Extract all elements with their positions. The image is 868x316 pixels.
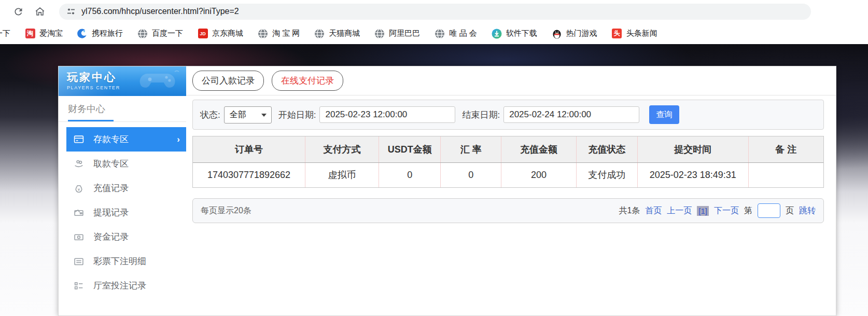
jd-icon: JD	[198, 29, 208, 39]
bookmark-label: 头条新闻	[626, 29, 657, 38]
globe-icon	[314, 29, 325, 39]
bookmark-item-jd[interactable]: JD 京东商城	[190, 26, 250, 41]
pagination-bar: 每页显示20条 共1条 首页 上一页 [1] 下一页 第 页 跳转	[192, 198, 824, 223]
end-date-input[interactable]	[503, 106, 639, 123]
bookmark-item-aitaobao[interactable]: 淘 爱淘宝	[18, 26, 70, 41]
cell-submit-time: 2025-02-23 18:49:31	[637, 162, 748, 187]
col-exchange-rate: 汇 率	[441, 136, 501, 162]
svg-text:¥: ¥	[78, 187, 80, 191]
start-date-label: 开始日期:	[278, 109, 316, 121]
bookmark-item-toutiao[interactable]: 头 头条新闻	[605, 26, 665, 41]
bookmark-item-baidu[interactable]: 百度一下	[130, 26, 190, 41]
record-tabs: 公司入款记录 在线支付记录	[186, 66, 836, 95]
sidebar-header: 玩家中心 PLAYERS CENTER	[59, 66, 186, 96]
globe-icon	[435, 29, 445, 39]
reload-button[interactable]	[9, 3, 27, 20]
deposit-icon	[74, 134, 84, 145]
table-header-row: 订单号 支付方式 USDT金额 汇 率 充值金额 充值状态 提交时间 备 注	[193, 136, 823, 162]
bookmark-label: 热门游戏	[566, 29, 597, 38]
toutiao-icon: 头	[612, 29, 622, 39]
bookmark-label: 阿里巴巴	[389, 29, 420, 38]
sidebar-item-hall-bet-record[interactable]: 厅室投注记录	[66, 273, 186, 298]
lottery-detail-icon	[74, 256, 84, 267]
cell-usdt-amount: 0	[379, 162, 441, 187]
player-center-card: 玩家中心 PLAYERS CENTER 财务中心	[58, 66, 836, 316]
sidebar-item-label: 提现记录	[93, 207, 129, 218]
cell-recharge-amount: 200	[501, 162, 577, 187]
bookmark-label: 天猫商城	[329, 29, 360, 38]
cell-order-no: 1740307771892662	[193, 162, 305, 187]
address-bar[interactable]: yl756.com/hhcp/usercenter.html?iniType=2	[59, 4, 811, 20]
bookmark-label: 百度一下	[152, 29, 183, 38]
bookmark-item-taobao[interactable]: 淘 宝 网	[250, 26, 307, 41]
bookmark-label: 淘 宝 网	[272, 29, 300, 38]
col-remark: 备 注	[748, 136, 823, 162]
col-recharge-amount: 充值金额	[501, 136, 577, 162]
total-count-text: 共1条	[619, 205, 640, 216]
gamepad-icon	[135, 70, 182, 93]
recharge-record-icon: ¥	[74, 183, 84, 194]
table-row: 1740307771892662 虚拟币 0 0 200 支付成功 2025-0…	[193, 162, 823, 187]
bookmark-label: 携程旅行	[92, 29, 123, 38]
software-download-icon	[492, 29, 502, 39]
sidebar-item-deposit[interactable]: 存款专区 ›	[66, 127, 186, 152]
first-page-link[interactable]: 首页	[645, 205, 662, 216]
bookmark-item-software[interactable]: 软件下载	[484, 26, 544, 41]
sidebar-item-lottery-detail[interactable]: 彩票下注明细	[66, 249, 186, 273]
search-button[interactable]: 查询	[649, 105, 679, 124]
sidebar-item-recharge-record[interactable]: ¥ 充值记录	[66, 176, 186, 200]
main-content: 公司入款记录 在线支付记录 状态: 全部 开始日期: 结束日期: 查询	[186, 66, 836, 315]
tab-online-payment-record[interactable]: 在线支付记录	[272, 71, 343, 91]
col-pay-method: 支付方式	[305, 136, 379, 162]
cell-pay-method: 虚拟币	[305, 162, 379, 187]
withdraw-icon	[74, 159, 84, 169]
start-date-input[interactable]	[319, 106, 455, 123]
sidebar-item-label: 存款专区	[93, 133, 129, 145]
status-label: 状态:	[200, 109, 220, 121]
bookmark-item-tmall[interactable]: 天猫商城	[307, 26, 367, 41]
sidebar-menu: 存款专区 › 取款专区 ¥	[59, 122, 186, 298]
bookmark-item-alibaba[interactable]: 阿里巴巴	[367, 26, 427, 41]
bookmark-item-ctrip[interactable]: 携程旅行	[70, 26, 130, 41]
col-recharge-status: 充值状态	[576, 136, 637, 162]
col-order-no: 订单号	[193, 136, 305, 162]
sidebar-section: 财务中心	[59, 96, 186, 122]
pagination-controls: 共1条 首页 上一页 [1] 下一页 第 页 跳转	[619, 203, 816, 218]
bookmark-item-games[interactable]: 热门游戏	[544, 26, 605, 41]
globe-icon	[258, 29, 268, 39]
sidebar-item-label: 彩票下注明细	[93, 255, 146, 267]
home-icon	[34, 6, 46, 17]
sidebar-item-cashout-record[interactable]: 提现记录	[66, 200, 186, 225]
jump-page-input[interactable]	[758, 203, 780, 218]
globe-icon	[137, 29, 148, 39]
jump-action-link[interactable]: 跳转	[799, 205, 816, 216]
bookmark-item-partial[interactable]: 一下	[0, 26, 18, 40]
next-page-link[interactable]: 下一页	[714, 205, 739, 216]
hall-bet-icon	[74, 281, 84, 291]
tab-company-deposit-record[interactable]: 公司入款记录	[192, 71, 264, 91]
sidebar-item-funds-record[interactable]: 资金记录	[66, 225, 186, 249]
sidebar-item-label: 厅室投注记录	[93, 280, 146, 292]
end-date-label: 结束日期:	[462, 109, 500, 121]
bookmark-label: 唯 品 会	[449, 29, 477, 38]
penguin-icon	[552, 29, 562, 39]
bookmark-label: 爱淘宝	[39, 29, 63, 38]
bookmark-label: 软件下载	[506, 29, 537, 38]
home-button[interactable]	[31, 3, 49, 20]
col-usdt-amount: USDT金额	[379, 136, 441, 162]
url-text[interactable]: yl756.com/hhcp/usercenter.html?iniType=2	[81, 7, 239, 16]
page-size-text: 每页显示20条	[201, 205, 251, 216]
chevron-right-icon: ›	[177, 134, 180, 145]
sidebar-item-withdraw[interactable]: 取款专区	[66, 152, 186, 176]
records-table: 订单号 支付方式 USDT金额 汇 率 充值金额 充值状态 提交时间 备 注 1	[192, 136, 824, 188]
jump-prefix-label: 第	[744, 205, 752, 216]
bookmarks-bar: 一下 淘 爱淘宝 携程旅行 百度一下 JD 京东商城 淘 宝 网	[0, 23, 868, 44]
site-settings-icon[interactable]	[66, 7, 76, 16]
taobao-icon: 淘	[25, 29, 35, 39]
current-page-indicator: [1]	[697, 206, 709, 216]
prev-page-link[interactable]: 上一页	[667, 205, 692, 216]
sidebar: 玩家中心 PLAYERS CENTER 财务中心	[59, 66, 186, 315]
status-select[interactable]: 全部	[224, 106, 272, 123]
bookmark-item-vip[interactable]: 唯 品 会	[427, 26, 484, 41]
page-background: 玩家中心 PLAYERS CENTER 财务中心	[0, 44, 868, 316]
